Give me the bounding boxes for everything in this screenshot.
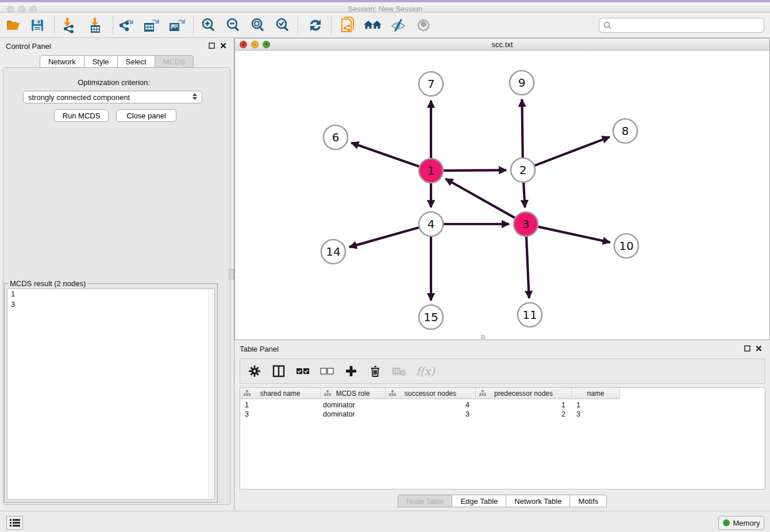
- float-table-panel-icon[interactable]: [744, 345, 750, 352]
- tab-node-table[interactable]: Node Table: [398, 495, 453, 507]
- hide-panel-eye-icon[interactable]: [388, 17, 408, 34]
- column-header-name[interactable]: name: [572, 388, 620, 399]
- select-stepper-icon: [192, 93, 197, 100]
- home-networks-icon[interactable]: [363, 17, 383, 34]
- close-table-panel-icon[interactable]: [756, 345, 762, 352]
- column-header-mcds-role[interactable]: MCDS role: [321, 388, 386, 399]
- memory-button[interactable]: Memory: [718, 516, 764, 530]
- show-panels-list-button[interactable]: [6, 516, 23, 530]
- cell-name[interactable]: 1: [572, 400, 620, 410]
- zoom-in-icon[interactable]: [199, 17, 218, 34]
- criterion-select[interactable]: strongly connected component: [23, 91, 202, 103]
- network-view-frame: x – + scc.txt 7968124314101511: [234, 38, 770, 340]
- graph-edge-4-14[interactable]: [349, 228, 419, 247]
- delete-columns-trash-icon[interactable]: [368, 364, 383, 379]
- graph-edge-1-2[interactable]: [444, 170, 506, 171]
- import-table-icon[interactable]: [85, 17, 105, 34]
- zoom-selected-icon[interactable]: [273, 17, 292, 34]
- window-title: Session: New Session: [0, 5, 770, 13]
- network-canvas[interactable]: 7968124314101511: [235, 51, 769, 340]
- main-toolbar: [0, 13, 770, 38]
- tab-network-table[interactable]: Network Table: [506, 495, 570, 507]
- save-session-icon[interactable]: [28, 17, 47, 34]
- close-panel-icon[interactable]: [220, 43, 226, 49]
- graph-edge-3-10[interactable]: [538, 227, 610, 242]
- column-view-icon[interactable]: [271, 364, 286, 379]
- cell-mcds-role[interactable]: dominator: [321, 410, 386, 419]
- column-header-predecessor-nodes[interactable]: predecessor nodes: [476, 388, 572, 399]
- table-toolbar: f(x): [240, 358, 765, 384]
- graph-node-label-9: 9: [518, 76, 526, 90]
- column-header-successor-nodes[interactable]: successor nodes: [386, 388, 476, 399]
- control-panel-title: Control Panel: [6, 42, 51, 51]
- tab-motifs[interactable]: Motifs: [570, 495, 607, 507]
- column-header-shared-name[interactable]: shared name: [240, 388, 321, 399]
- graph-node-label-11: 11: [522, 308, 537, 322]
- criterion-value: strongly connected component: [28, 93, 130, 102]
- control-panel-tabs: Network Style Select MCDS: [0, 55, 233, 68]
- splitter-handle[interactable]: [229, 269, 234, 279]
- tab-edge-table[interactable]: Edge Table: [452, 495, 506, 507]
- settings-gear-icon[interactable]: [247, 364, 262, 379]
- tab-network[interactable]: Network: [40, 55, 84, 68]
- mcds-result-item[interactable]: 1: [7, 289, 214, 299]
- graph-edge-3-1[interactable]: [445, 179, 515, 218]
- mcds-result-list[interactable]: 1 3: [7, 288, 215, 500]
- toolbar-separator: [298, 16, 298, 34]
- toolbar-separator: [193, 16, 194, 34]
- graph-edge-1-6[interactable]: [351, 143, 419, 167]
- cell-shared-name[interactable]: 3: [240, 410, 321, 419]
- close-panel-button[interactable]: Close panel: [116, 109, 176, 122]
- unselect-all-columns-icon[interactable]: [319, 364, 334, 379]
- hierarchy-icon: [244, 390, 251, 397]
- add-column-icon[interactable]: [344, 364, 359, 379]
- search-input[interactable]: [599, 18, 764, 33]
- result-scrollbar[interactable]: [208, 289, 214, 499]
- graph-edge-3-11[interactable]: [526, 237, 529, 298]
- cell-mcds-role[interactable]: dominator: [321, 400, 386, 410]
- open-session-icon[interactable]: [3, 17, 23, 34]
- cell-successor-nodes[interactable]: 3: [386, 410, 476, 419]
- copy-network-icon[interactable]: [338, 17, 357, 34]
- cell-shared-name[interactable]: 1: [240, 400, 321, 410]
- hierarchy-icon: [479, 390, 486, 397]
- apply-layout-icon[interactable]: [306, 17, 325, 34]
- frame-resize-handle[interactable]: [481, 335, 485, 339]
- tab-select[interactable]: Select: [118, 55, 155, 68]
- status-bar: Memory: [0, 511, 770, 532]
- import-network-icon[interactable]: [59, 17, 78, 34]
- network-frame-titlebar[interactable]: x – + scc.txt: [235, 38, 769, 51]
- table-panel: Table Panel f(x): [234, 342, 770, 510]
- cell-successor-nodes[interactable]: 4: [386, 400, 476, 410]
- cell-predecessor-nodes[interactable]: 2: [476, 410, 572, 419]
- export-network-icon[interactable]: [116, 17, 136, 34]
- tab-style[interactable]: Style: [84, 55, 118, 68]
- tab-mcds[interactable]: MCDS: [155, 55, 194, 68]
- export-image-icon[interactable]: [167, 17, 186, 34]
- graph-edge-2-9[interactable]: [522, 99, 522, 157]
- float-panel-icon[interactable]: [209, 43, 215, 49]
- zoom-out-icon[interactable]: [224, 17, 243, 34]
- hierarchy-icon: [389, 390, 396, 397]
- mcds-result-title: MCDS result (2 nodes): [8, 279, 87, 288]
- cell-name[interactable]: 3: [572, 410, 620, 419]
- run-mcds-button[interactable]: Run MCDS: [54, 109, 109, 122]
- table-row[interactable]: 3 dominator 3 2 3: [240, 410, 620, 419]
- list-icon: [9, 518, 21, 527]
- delete-table-icon-disabled: [392, 364, 407, 379]
- graph-node-label-10: 10: [619, 239, 633, 253]
- export-table-icon[interactable]: [141, 17, 161, 34]
- graph-edge-2-8[interactable]: [535, 137, 610, 165]
- memory-label: Memory: [733, 519, 760, 527]
- mcds-result-item[interactable]: 3: [7, 299, 214, 310]
- graph-node-label-8: 8: [622, 124, 629, 138]
- zoom-fit-icon[interactable]: [248, 17, 268, 34]
- window-titlebar: Session: New Session: [0, 0, 770, 13]
- cell-predecessor-nodes[interactable]: 1: [476, 400, 572, 410]
- table-row[interactable]: 1 dominator 4 1 1: [240, 400, 620, 410]
- node-table[interactable]: shared name MCDS role successor nodes pr…: [240, 387, 765, 489]
- graph-edge-2-3[interactable]: [523, 183, 525, 207]
- show-panel-eye-icon-disabled: [414, 17, 433, 34]
- graph-node-label-15: 15: [424, 310, 438, 324]
- select-all-columns-icon[interactable]: [295, 364, 310, 379]
